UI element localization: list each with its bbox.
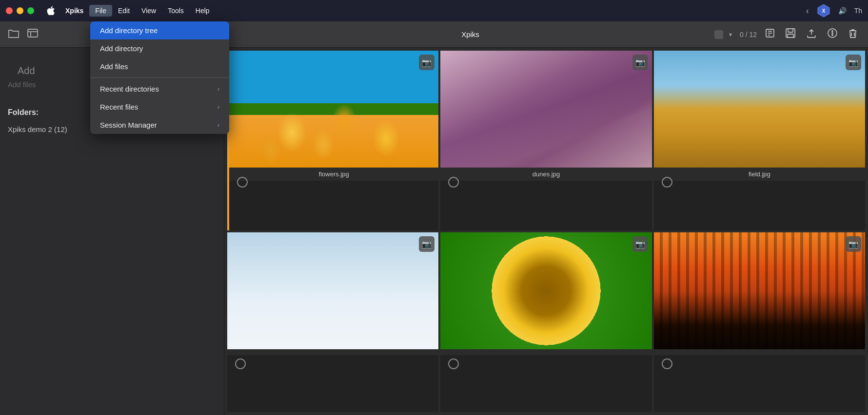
image-cell[interactable]: 📷 [654, 232, 865, 412]
image-select-checkbox[interactable] [235, 358, 246, 369]
menubar: Xpiks File Edit View Tools Help ‹ X 🔊 Th [0, 0, 868, 21]
menu-separator [90, 77, 229, 78]
camera-badge-icon: 📷 [846, 55, 861, 70]
select-chevron-icon[interactable]: ▾ [729, 31, 732, 38]
image-filename [227, 349, 438, 355]
image-cell[interactable]: 📷 flowers.jpg [227, 51, 438, 230]
image-cell[interactable]: 📷 [440, 232, 651, 412]
svg-rect-11 [788, 34, 793, 38]
image-thumbnail: 📷 [440, 232, 651, 349]
svg-text:X: X [822, 8, 825, 14]
menubar-right: ‹ X 🔊 Th [806, 3, 862, 19]
image-filename: dunes.jpg [440, 168, 651, 181]
menu-item-label: Add directory [100, 44, 143, 53]
select-all-checkbox[interactable] [714, 30, 723, 39]
menu-item-label: Session Manager [100, 121, 157, 129]
window-title: Xpiks [232, 30, 709, 38]
svg-point-15 [832, 35, 833, 36]
menu-item-add-files[interactable]: Add files [90, 57, 229, 75]
menu-view[interactable]: View [136, 5, 162, 17]
list-icon[interactable] [27, 28, 38, 40]
main-content: Xpiks ▾ 0 / 12 [224, 21, 868, 415]
svg-point-14 [832, 33, 833, 34]
image-select-checkbox[interactable] [237, 177, 248, 188]
folder-icon[interactable] [8, 28, 20, 41]
close-button[interactable] [6, 7, 13, 14]
image-thumbnail: 📷 [227, 232, 438, 349]
app-name: Xpiks [59, 7, 89, 15]
submenu-arrow-icon: › [217, 104, 219, 111]
menu-item-label: Add directory tree [100, 26, 158, 35]
image-filename: flowers.jpg [229, 168, 438, 181]
camera-badge-icon: 📷 [846, 236, 861, 252]
image-select-checkbox[interactable] [662, 358, 672, 369]
submenu-arrow-icon: › [217, 86, 219, 93]
main-toolbar: Xpiks ▾ 0 / 12 [224, 21, 868, 48]
camera-badge-icon: 📷 [419, 55, 434, 70]
apple-menu[interactable] [42, 6, 59, 15]
svg-rect-10 [788, 29, 793, 32]
menu-item-label: Recent files [100, 103, 138, 111]
image-thumbnail: 📷 [440, 51, 651, 168]
folder-item-name: Xpiks demo 2 (12) [8, 125, 67, 133]
user-initial: Th [854, 7, 862, 15]
selection-count: 0 / 12 [740, 31, 757, 38]
svg-rect-2 [28, 29, 38, 37]
traffic-lights [6, 7, 34, 14]
image-select-checkbox[interactable] [448, 358, 459, 369]
file-dropdown-menu: Add directory tree Add directory Add fil… [90, 21, 229, 134]
xpiks-logo-icon: X [817, 3, 830, 19]
more-options-icon[interactable] [825, 26, 840, 43]
image-filename [654, 349, 865, 355]
menu-item-recent-files[interactable]: Recent files › [90, 98, 229, 116]
menu-item-recent-directories[interactable]: Recent directories › [90, 80, 229, 98]
image-cell[interactable]: 📷 [227, 232, 438, 412]
image-cell[interactable]: 📷 field.jpg [654, 51, 865, 230]
image-filename: field.jpg [654, 168, 865, 181]
svg-point-13 [832, 31, 833, 32]
menu-item-add-directory[interactable]: Add directory [90, 39, 229, 57]
camera-badge-icon: 📷 [632, 236, 648, 252]
image-cell[interactable]: 📷 dunes.jpg [440, 51, 651, 230]
image-thumbnail: 📷 [654, 51, 865, 168]
image-select-checkbox[interactable] [448, 177, 459, 188]
maximize-button[interactable] [27, 7, 34, 14]
menu-item-label: Add files [100, 62, 128, 71]
image-select-checkbox[interactable] [662, 177, 672, 188]
menu-tools[interactable]: Tools [162, 5, 190, 17]
submenu-arrow-icon: › [217, 122, 219, 129]
menu-item-session-manager[interactable]: Session Manager › [90, 116, 229, 134]
menu-help[interactable]: Help [190, 5, 216, 17]
volume-icon[interactable]: 🔊 [838, 7, 847, 15]
edit-icon[interactable] [763, 26, 777, 43]
camera-badge-icon: 📷 [419, 236, 434, 252]
back-chevron-icon[interactable]: ‹ [806, 6, 809, 16]
save-icon[interactable] [783, 26, 798, 43]
menu-item-label: Recent directories [100, 85, 159, 93]
image-grid: 📷 flowers.jpg 📷 dunes.jpg [224, 48, 868, 415]
minimize-button[interactable] [17, 7, 23, 14]
menu-file[interactable]: File [89, 5, 112, 17]
upload-icon[interactable] [804, 26, 819, 43]
image-thumbnail: 📷 [654, 232, 865, 349]
delete-icon[interactable] [846, 26, 860, 43]
image-thumbnail: 📷 [229, 51, 438, 168]
image-filename [440, 349, 651, 355]
menu-edit[interactable]: Edit [112, 5, 136, 17]
menu-item-add-directory-tree[interactable]: Add directory tree [90, 21, 229, 39]
camera-badge-icon: 📷 [632, 55, 648, 70]
